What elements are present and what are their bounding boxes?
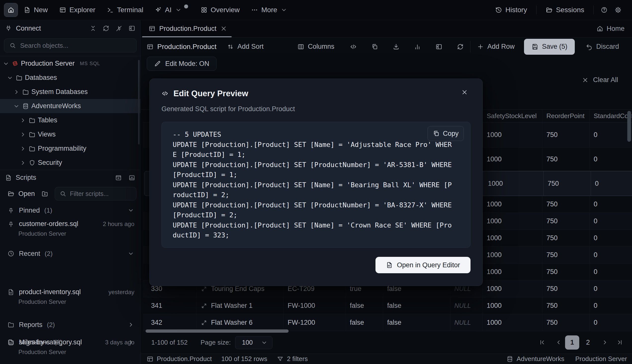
cell[interactable]: 750 — [544, 171, 591, 196]
collapse-panel-icon[interactable] — [128, 25, 135, 32]
column-header-reorderpoint[interactable]: ReorderPoint — [542, 110, 590, 122]
cell[interactable]: 0 — [591, 171, 632, 196]
tree-item-adventureworks[interactable]: AdventureWorks — [0, 99, 140, 113]
table-row-342[interactable]: 342 Flat Washer 6 FW-1200 false false NU… — [143, 314, 632, 331]
cell[interactable]: 0 — [590, 196, 632, 212]
cell[interactable]: 750 — [542, 264, 590, 280]
search-input[interactable] — [20, 42, 131, 50]
tree-item-views[interactable]: Views — [0, 127, 140, 142]
add-row-button[interactable]: Add Row — [477, 43, 515, 50]
collapse-all-icon[interactable] — [90, 25, 97, 32]
add-sort-button[interactable]: Add Sort — [227, 43, 263, 50]
cell[interactable]: 750 — [542, 122, 590, 147]
copy-sql-button[interactable]: Copy — [428, 126, 464, 141]
refresh-icon[interactable] — [103, 25, 110, 32]
table-row-341[interactable]: 341 Flat Washer 1 FW-1000 false false NU… — [143, 297, 632, 314]
cell[interactable]: 1000 — [483, 122, 542, 147]
settings-button[interactable] — [611, 3, 625, 17]
cell[interactable]: 750 — [542, 148, 590, 171]
nav-item-ai[interactable]: AI — [149, 0, 195, 20]
cell[interactable]: 750 — [542, 230, 590, 246]
cell-productid[interactable]: 342 — [143, 314, 197, 331]
tree-item-databases[interactable]: Databases — [0, 70, 140, 85]
cell[interactable]: 1000 — [483, 264, 542, 280]
home-link[interactable]: Home — [596, 25, 632, 32]
first-page-button[interactable] — [537, 336, 547, 349]
nav-item-more[interactable]: More — [245, 0, 293, 20]
disconnect-icon[interactable] — [115, 25, 122, 32]
save-button[interactable]: Save (5) — [524, 39, 575, 55]
script-item-customer-orders[interactable]: customer-orders.sql 2 hours ago Producti… — [0, 218, 140, 242]
status-filters[interactable]: 2 filters — [277, 355, 308, 363]
cell-safetystocklevel[interactable]: 1000 — [483, 314, 542, 331]
cell-makeflag[interactable]: false — [346, 314, 383, 331]
export-button[interactable] — [393, 43, 400, 50]
tree-item-programmability[interactable]: Programmability — [0, 142, 140, 156]
cell-finishedgoodsflag[interactable]: false — [383, 314, 450, 331]
cell-name[interactable]: Flat Washer 6 — [197, 314, 284, 331]
cell[interactable]: 1000 — [483, 196, 542, 212]
cell-finishedgoodsflag[interactable]: false — [383, 297, 450, 314]
folder-migrations[interactable]: Migrations (2) — [0, 335, 140, 349]
tree-scrollbar[interactable] — [138, 60, 140, 144]
cell-null[interactable]: NULL — [450, 314, 483, 331]
pinned-section-header[interactable]: Pinned (1) — [0, 203, 140, 218]
discard-button[interactable]: Discard — [586, 43, 619, 50]
tree-item-security[interactable]: Security — [0, 156, 140, 170]
cell-productnumber[interactable]: FW-1000 — [284, 297, 346, 314]
cell[interactable]: 0 — [590, 230, 632, 246]
expand-row-icon[interactable] — [201, 302, 207, 309]
nav-item-sessions[interactable]: Sessions — [540, 0, 590, 20]
expand-section-icon[interactable] — [128, 174, 135, 181]
cell[interactable]: 750 — [542, 196, 590, 212]
modal-close-button[interactable] — [461, 89, 468, 96]
tree-item-system-databases[interactable]: System Databases — [0, 85, 140, 99]
cell[interactable]: 1000 — [483, 247, 542, 263]
previous-page-button[interactable] — [554, 336, 564, 349]
cell-reorderpoint[interactable]: 750 — [542, 314, 590, 331]
cell[interactable]: 750 — [542, 213, 590, 230]
cell-standardcost[interactable]: 0 — [590, 280, 632, 297]
cell-safetystocklevel[interactable]: 1000 — [483, 280, 542, 297]
cell-reorderpoint[interactable]: 750 — [542, 297, 590, 314]
cell[interactable]: 1000 — [483, 230, 542, 246]
cell[interactable]: 0 — [590, 213, 632, 230]
sql-script-text[interactable]: -- 5 UPDATES UPDATE [Production].[Produc… — [162, 122, 453, 240]
expand-row-icon[interactable] — [201, 319, 207, 326]
close-tab-button[interactable] — [220, 25, 227, 32]
open-in-query-editor-button[interactable]: Open in Query Editor — [376, 257, 471, 273]
nav-item-overview[interactable]: Overview — [195, 0, 246, 20]
nav-item-explorer[interactable]: Explorer — [54, 0, 101, 20]
cell-safetystocklevel[interactable]: 1000 — [483, 297, 542, 314]
cell[interactable]: 0 — [590, 148, 632, 171]
nav-item-history[interactable]: History — [489, 0, 533, 20]
cell-makeflag[interactable]: false — [346, 297, 383, 314]
cell-productid[interactable]: 341 — [143, 297, 197, 314]
cell[interactable]: 1000 — [483, 213, 542, 230]
chart-button[interactable] — [414, 43, 421, 50]
duplicate-button[interactable] — [371, 43, 378, 50]
cell[interactable]: 1000 — [484, 171, 544, 196]
last-page-button[interactable] — [615, 336, 625, 349]
tab-production-product[interactable]: Production.Product — [143, 20, 233, 37]
open-script-button[interactable]: Open — [8, 190, 35, 198]
cell-standardcost[interactable]: 0 — [590, 314, 632, 331]
new-script-folder-button[interactable] — [41, 190, 48, 197]
refresh-table-button[interactable] — [457, 43, 464, 50]
cell-null[interactable]: NULL — [450, 297, 483, 314]
nav-item-new[interactable]: New — [18, 0, 54, 20]
next-page-button[interactable] — [600, 336, 610, 349]
cell-productnumber[interactable]: FW-1200 — [284, 314, 346, 331]
vertical-scrollbar[interactable] — [627, 111, 631, 142]
cell[interactable]: 750 — [542, 247, 590, 263]
cell-name[interactable]: Flat Washer 1 — [197, 297, 284, 314]
side-panel-button[interactable] — [435, 43, 442, 50]
edit-mode-toggle[interactable]: Edit Mode: ON — [147, 57, 216, 70]
column-header-safetystocklevel[interactable]: SafetyStockLevel — [483, 110, 542, 122]
filter-scripts-input[interactable] — [70, 190, 132, 198]
tree-item-production-server[interactable]: Production Server MS SQL — [0, 56, 140, 70]
cell[interactable]: 1000 — [483, 148, 542, 171]
page-1-button[interactable]: 1 — [565, 336, 579, 350]
collapse-section-icon[interactable] — [115, 174, 122, 181]
columns-button[interactable]: Columns — [297, 43, 335, 50]
